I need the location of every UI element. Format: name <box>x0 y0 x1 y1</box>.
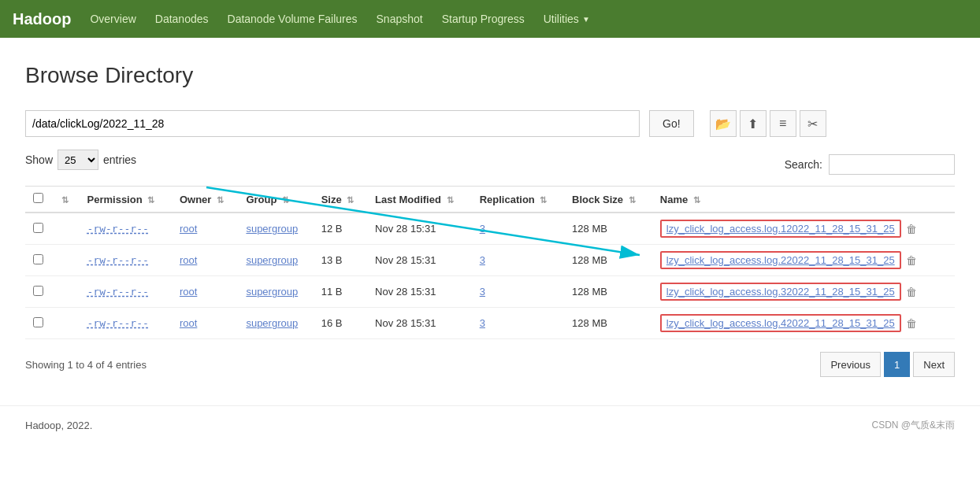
go-button[interactable]: Go! <box>649 110 694 137</box>
row-size-cell: 16 B <box>314 308 367 339</box>
table-row: -rw-r--r-- root supergroup 13 B Nov 28 1… <box>25 245 955 276</box>
list-button[interactable]: ≡ <box>770 110 796 137</box>
row-permission-cell: -rw-r--r-- <box>80 276 172 308</box>
delete-icon[interactable]: 🗑 <box>906 223 917 235</box>
row-modified-cell: Nov 28 15:31 <box>367 308 472 339</box>
row-checkbox[interactable] <box>33 223 43 233</box>
main-content: Browse Directory Go! 📂 ⬆ ≡ ✂ Show 10 25 … <box>0 38 980 393</box>
row-checkbox[interactable] <box>33 317 43 327</box>
group-link[interactable]: supergroup <box>246 223 298 235</box>
replication-link[interactable]: 3 <box>480 317 485 329</box>
owner-link[interactable]: root <box>180 254 197 266</box>
delete-icon[interactable]: 🗑 <box>906 317 917 330</box>
scissors-button[interactable]: ✂ <box>800 110 826 137</box>
row-checkbox-cell <box>25 308 51 339</box>
search-input[interactable] <box>829 154 955 175</box>
replication-link[interactable]: 3 <box>480 286 485 298</box>
delete-icon[interactable]: 🗑 <box>906 254 917 267</box>
previous-button[interactable]: Previous <box>820 352 881 377</box>
nav-utilities-dropdown[interactable]: Utilities ▼ <box>544 13 590 25</box>
permission-value[interactable]: -rw-r--r-- <box>87 286 149 298</box>
owner-link[interactable]: root <box>180 286 197 298</box>
nav-overview[interactable]: Overview <box>90 9 135 28</box>
row-checkbox-cell <box>25 276 51 308</box>
th-group[interactable]: Group ⇅ <box>238 187 313 213</box>
row-permission-cell: -rw-r--r-- <box>80 245 172 276</box>
replication-link[interactable]: 3 <box>480 254 485 266</box>
row-name-cell: lzy_click_log_access.log.42022_11_28_15_… <box>652 308 955 339</box>
file-link[interactable]: lzy_click_log_access.log.12022_11_28_15_… <box>666 223 895 235</box>
nav-datanodes[interactable]: Datanodes <box>155 9 209 28</box>
navbar-brand[interactable]: Hadoop <box>13 10 71 28</box>
th-name[interactable]: Name ⇅ <box>652 187 955 213</box>
page-footer: Hadoop, 2022. CSDN @气质&末雨 <box>0 405 980 445</box>
search-label: Search: <box>785 158 822 171</box>
row-owner-cell: root <box>172 308 238 339</box>
group-link[interactable]: supergroup <box>246 317 298 329</box>
footer-watermark: CSDN @气质&末雨 <box>871 419 955 432</box>
group-link[interactable]: supergroup <box>246 286 298 298</box>
group-link[interactable]: supergroup <box>246 254 298 266</box>
table-controls: Show 10 25 50 100 entries Search: <box>25 150 955 179</box>
replication-link[interactable]: 3 <box>480 223 485 235</box>
next-button[interactable]: Next <box>913 352 955 377</box>
row-checkbox[interactable] <box>33 254 43 264</box>
row-block-size-cell: 128 MB <box>564 213 652 245</box>
th-owner[interactable]: Owner ⇅ <box>172 187 238 213</box>
nav-datanode-volume-failures[interactable]: Datanode Volume Failures <box>228 9 358 28</box>
table-row: -rw-r--r-- root supergroup 11 B Nov 28 1… <box>25 276 955 308</box>
row-group-cell: supergroup <box>238 245 313 276</box>
path-input[interactable] <box>25 110 640 137</box>
row-checkbox[interactable] <box>33 286 43 296</box>
row-replication-cell: 3 <box>472 308 564 339</box>
directory-table: ⇅ Permission ⇅ Owner ⇅ Group ⇅ Size ⇅ La… <box>25 186 955 339</box>
th-last-modified[interactable]: Last Modified ⇅ <box>367 187 472 213</box>
table-row: -rw-r--r-- root supergroup 12 B Nov 28 1… <box>25 213 955 245</box>
showing-text: Showing 1 to 4 of 4 entries <box>25 359 147 371</box>
th-size[interactable]: Size ⇅ <box>314 187 367 213</box>
th-sort[interactable]: ⇅ <box>51 187 80 213</box>
permission-value[interactable]: -rw-r--r-- <box>87 254 149 266</box>
row-name-cell: lzy_click_log_access.log.32022_11_28_15_… <box>652 276 955 308</box>
file-link[interactable]: lzy_click_log_access.log.42022_11_28_15_… <box>666 317 895 329</box>
chevron-down-icon: ▼ <box>582 15 590 24</box>
file-link[interactable]: lzy_click_log_access.log.22022_11_28_15_… <box>666 254 895 266</box>
row-size-cell: 13 B <box>314 245 367 276</box>
delete-icon[interactable]: 🗑 <box>906 286 917 298</box>
permission-value[interactable]: -rw-r--r-- <box>87 317 149 329</box>
table-footer: Showing 1 to 4 of 4 entries Previous 1 N… <box>25 349 955 380</box>
th-replication[interactable]: Replication ⇅ <box>472 187 564 213</box>
row-index-cell <box>51 276 80 308</box>
row-index-cell <box>51 213 80 245</box>
row-modified-cell: Nov 28 15:31 <box>367 245 472 276</box>
select-all-checkbox[interactable] <box>33 193 43 203</box>
upload-button[interactable]: ⬆ <box>740 110 767 137</box>
nav-startup-progress[interactable]: Startup Progress <box>442 9 525 28</box>
row-owner-cell: root <box>172 276 238 308</box>
owner-link[interactable]: root <box>180 223 197 235</box>
row-permission-cell: -rw-r--r-- <box>80 308 172 339</box>
row-name-cell: lzy_click_log_access.log.22022_11_28_15_… <box>652 245 955 276</box>
row-owner-cell: root <box>172 213 238 245</box>
file-link[interactable]: lzy_click_log_access.log.32022_11_28_15_… <box>666 286 895 298</box>
permission-value[interactable]: -rw-r--r-- <box>87 223 149 235</box>
row-index-cell <box>51 245 80 276</box>
owner-link[interactable]: root <box>180 317 197 329</box>
row-block-size-cell: 128 MB <box>564 276 652 308</box>
row-name-cell: lzy_click_log_access.log.12022_11_28_15_… <box>652 213 955 245</box>
th-permission[interactable]: Permission ⇅ <box>80 187 172 213</box>
entries-select[interactable]: 10 25 50 100 <box>58 150 98 170</box>
nav-snapshot[interactable]: Snapshot <box>377 9 423 28</box>
page-1-button[interactable]: 1 <box>884 352 910 377</box>
row-replication-cell: 3 <box>472 245 564 276</box>
nav-utilities-label: Utilities <box>544 13 579 25</box>
row-group-cell: supergroup <box>238 308 313 339</box>
row-modified-cell: Nov 28 15:31 <box>367 213 472 245</box>
row-owner-cell: root <box>172 245 238 276</box>
search-area: Search: <box>785 154 955 175</box>
folder-open-button[interactable]: 📂 <box>710 110 737 137</box>
row-size-cell: 11 B <box>314 276 367 308</box>
th-block-size[interactable]: Block Size ⇅ <box>564 187 652 213</box>
path-bar: Go! 📂 ⬆ ≡ ✂ <box>25 110 955 137</box>
row-index-cell <box>51 308 80 339</box>
